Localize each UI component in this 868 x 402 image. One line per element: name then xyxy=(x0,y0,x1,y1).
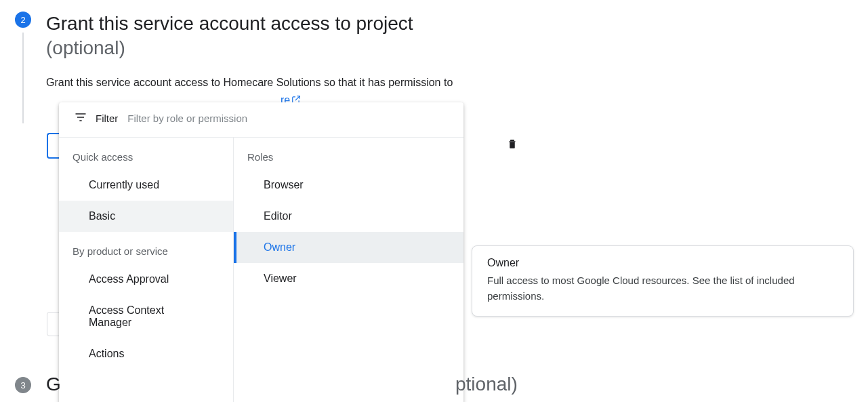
step-connector-line xyxy=(22,33,24,123)
step-2-badge: 2 xyxy=(15,12,31,28)
category-basic[interactable]: Basic xyxy=(59,201,233,232)
filter-label: Filter xyxy=(96,113,118,124)
step-2-subtitle: (optional) xyxy=(46,37,556,59)
step-2-title: Grant this service account access to pro… xyxy=(46,12,556,36)
category-access-context-manager[interactable]: Access Context Manager xyxy=(59,295,233,338)
role-select-field[interactable] xyxy=(47,133,59,159)
tooltip-description: Full access to most Google Cloud resourc… xyxy=(487,273,838,304)
category-access-approval[interactable]: Access Approval xyxy=(59,264,233,295)
role-browser[interactable]: Browser xyxy=(234,169,463,201)
role-viewer[interactable]: Viewer xyxy=(234,263,463,294)
delete-role-button[interactable] xyxy=(506,137,518,153)
filter-icon xyxy=(74,110,87,126)
role-dropdown: Filter Quick access Currently used Basic… xyxy=(59,102,463,402)
step-3-title: G xyxy=(46,374,61,395)
filter-bar: Filter xyxy=(59,102,463,138)
category-currently-used[interactable]: Currently used xyxy=(59,169,233,201)
filter-input[interactable] xyxy=(126,112,450,125)
role-description-tooltip: Owner Full access to most Google Cloud r… xyxy=(472,245,854,317)
category-actions[interactable]: Actions xyxy=(59,338,233,369)
role-owner[interactable]: Owner xyxy=(234,232,463,263)
role-list[interactable]: Roles Browser Editor Owner Viewer xyxy=(234,138,463,402)
group-by-product: By product or service xyxy=(59,232,233,264)
step-3-optional: ptional) xyxy=(455,374,518,395)
step-3-badge: 3 xyxy=(15,377,31,393)
roles-header: Roles xyxy=(234,138,463,169)
role-editor[interactable]: Editor xyxy=(234,201,463,232)
role-category-list[interactable]: Quick access Currently used Basic By pro… xyxy=(59,138,234,402)
tooltip-title: Owner xyxy=(487,257,838,269)
group-quick-access: Quick access xyxy=(59,138,233,169)
